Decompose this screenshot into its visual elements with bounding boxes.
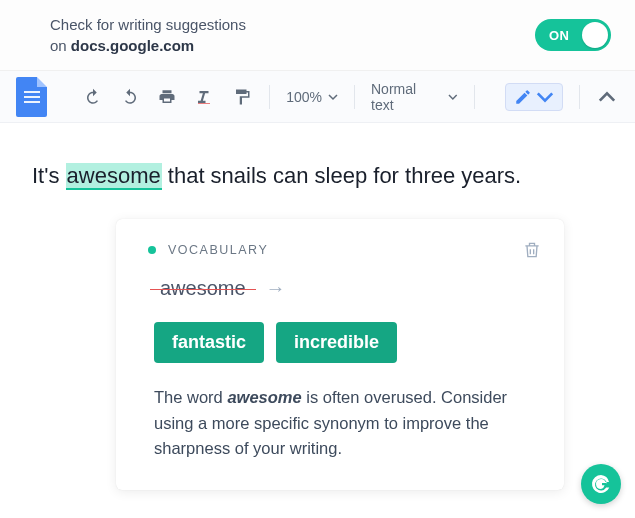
- docs-toolbar: 100% Normal text: [0, 71, 635, 123]
- separator: [269, 85, 270, 109]
- pencil-icon: [514, 88, 532, 106]
- redo-icon[interactable]: [118, 85, 141, 109]
- chevron-down-icon: [328, 92, 338, 102]
- undo-icon[interactable]: [81, 85, 104, 109]
- extension-prompt: Check for writing suggestions on docs.go…: [50, 14, 246, 56]
- separator: [474, 85, 475, 109]
- explanation-text: The word awesome is often overused. Cons…: [154, 385, 536, 462]
- toggle-label: ON: [549, 28, 570, 43]
- suggestion-chip[interactable]: fantastic: [154, 322, 264, 363]
- document-sentence: It's awesome that snails can sleep for t…: [32, 163, 521, 190]
- category-label: VOCABULARY: [168, 243, 268, 257]
- print-icon[interactable]: [156, 85, 179, 109]
- editing-mode-dropdown[interactable]: [505, 83, 563, 111]
- prompt-domain: docs.google.com: [71, 37, 194, 54]
- separator: [579, 85, 580, 109]
- replace-row: awesome →: [154, 277, 536, 300]
- arrow-right-icon: →: [266, 277, 286, 300]
- chevron-down-icon: [536, 88, 554, 106]
- explain-pre: The word: [154, 388, 227, 406]
- clear-formatting-icon[interactable]: [193, 85, 216, 109]
- collapse-toolbar-icon[interactable]: [596, 85, 619, 109]
- grammarly-badge[interactable]: [581, 464, 621, 504]
- separator: [354, 85, 355, 109]
- extension-header: Check for writing suggestions on docs.go…: [0, 0, 635, 71]
- chevron-down-icon: [448, 92, 458, 102]
- sentence-after: that snails can sleep for three years.: [162, 163, 522, 188]
- enable-toggle[interactable]: ON: [535, 19, 611, 51]
- suggestion-chips: fantastic incredible: [154, 322, 536, 363]
- paint-format-icon[interactable]: [230, 85, 253, 109]
- trash-icon: [522, 239, 542, 261]
- dismiss-button[interactable]: [522, 239, 542, 265]
- card-header: VOCABULARY: [148, 243, 536, 257]
- prompt-prefix: on: [50, 37, 71, 54]
- original-word: awesome: [154, 277, 252, 300]
- suggestion-chip[interactable]: incredible: [276, 322, 397, 363]
- suggestion-card: VOCABULARY awesome → fantastic incredibl…: [116, 219, 564, 490]
- category-dot-icon: [148, 246, 156, 254]
- prompt-line1: Check for writing suggestions: [50, 16, 246, 33]
- docs-logo-icon[interactable]: [16, 77, 47, 117]
- text-style-value: Normal text: [371, 81, 440, 113]
- highlighted-word[interactable]: awesome: [66, 163, 162, 190]
- document-body[interactable]: It's awesome that snails can sleep for t…: [0, 123, 635, 490]
- zoom-dropdown[interactable]: 100%: [286, 89, 338, 105]
- toggle-knob: [582, 22, 608, 48]
- explain-word: awesome: [227, 388, 301, 406]
- sentence-before: It's: [32, 163, 66, 188]
- zoom-value: 100%: [286, 89, 322, 105]
- grammarly-g-icon: [589, 472, 613, 496]
- text-style-dropdown[interactable]: Normal text: [371, 81, 458, 113]
